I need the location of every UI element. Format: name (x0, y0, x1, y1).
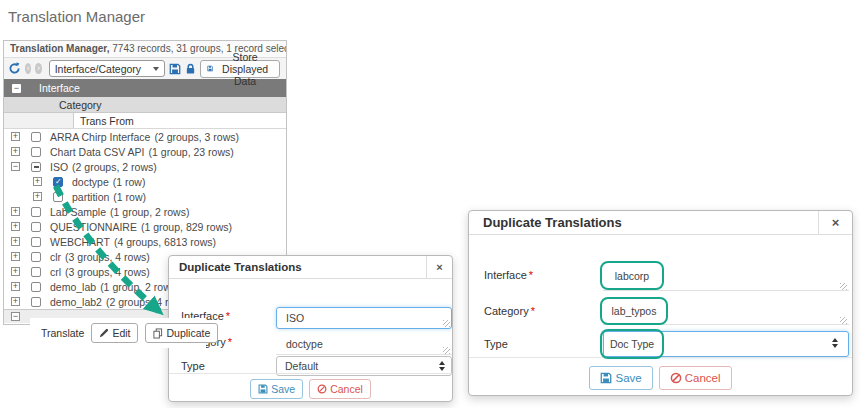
expand-toggle-icon[interactable] (33, 192, 42, 201)
interface-value: ISO (286, 312, 304, 324)
expand-toggle-icon[interactable] (11, 237, 20, 246)
duplicate-button[interactable]: Duplicate (145, 323, 218, 343)
group-label[interactable]: ARRA Chirp Interface (50, 131, 150, 143)
interface-highlight: labcorp (600, 261, 664, 290)
select-arrows-icon (439, 361, 445, 371)
resize-grip-icon[interactable] (443, 320, 450, 327)
group-count: (1 row) (113, 176, 146, 188)
collapse-icon[interactable] (11, 312, 20, 321)
prev-page-icon[interactable]: ‹ (25, 63, 31, 74)
row-checkbox[interactable] (31, 297, 41, 307)
row-checkbox[interactable] (53, 192, 63, 202)
group-count: (1 group, 2 rows) (110, 206, 189, 218)
save-view-icon[interactable] (169, 63, 181, 75)
table-row: QUESTIONNAIRE (1 group, 829 rows) (4, 219, 286, 234)
group-label[interactable]: crl (50, 266, 61, 278)
expand-toggle-icon[interactable] (11, 132, 20, 141)
dialog-footer: Save Cancel (469, 357, 852, 395)
group-label[interactable]: clr (50, 251, 61, 263)
save-button-label: Save (271, 383, 295, 395)
row-checkbox[interactable] (31, 162, 41, 172)
interface-value: labcorp (615, 270, 649, 282)
group-label[interactable]: doctype (72, 176, 109, 188)
expand-toggle-icon[interactable] (11, 207, 20, 216)
header-transfrom[interactable]: Trans From (4, 113, 286, 129)
expand-toggle-icon[interactable] (11, 267, 20, 276)
next-page-icon[interactable]: › (35, 63, 41, 74)
row-checkbox[interactable] (31, 237, 41, 247)
edit-button[interactable]: Edit (91, 323, 138, 343)
floppy-icon (600, 372, 612, 384)
chevron-down-icon (153, 67, 159, 71)
row-checkbox[interactable] (31, 147, 41, 157)
resize-grip-icon[interactable] (840, 317, 847, 324)
row-checkbox[interactable] (31, 267, 41, 277)
collapse-all-icon[interactable]: − (12, 84, 21, 93)
cancel-button-label: Cancel (330, 383, 363, 395)
row-checkbox[interactable] (31, 132, 41, 142)
close-icon[interactable]: × (818, 211, 852, 234)
cancel-button[interactable]: Cancel (659, 366, 732, 390)
expand-toggle-icon[interactable] (33, 177, 42, 186)
group-label[interactable]: demo_lab2 (50, 296, 102, 308)
group-count: (1 row) (113, 191, 146, 203)
group-label[interactable]: demo_lab (50, 281, 96, 293)
interface-label: Interface* (484, 269, 533, 281)
table-row: ISO (2 groups, 2 rows) (4, 159, 286, 174)
type-highlight: Doc Type (600, 329, 664, 359)
row-checkbox[interactable] (31, 207, 41, 217)
expand-toggle-icon[interactable] (11, 162, 20, 171)
translate-label[interactable]: Translate (41, 327, 84, 339)
table-row: Chart Data CSV API (1 group, 23 rows) (4, 144, 286, 159)
table-row: doctype (1 row) (4, 174, 286, 189)
floppy-icon (207, 63, 213, 74)
select-arrows-icon (832, 338, 838, 348)
expand-toggle-icon[interactable] (11, 147, 20, 156)
resize-grip-icon[interactable] (443, 347, 450, 354)
group-label[interactable]: WEBCHART (50, 236, 110, 248)
group-label[interactable]: partition (72, 191, 109, 203)
duplicate-button-label: Duplicate (166, 327, 210, 339)
group-label[interactable]: QUESTIONNAIRE (50, 221, 137, 233)
header-category[interactable]: Category (4, 97, 286, 113)
header-interface-label: Interface (39, 82, 80, 94)
type-select-value: Doc Type (610, 338, 654, 350)
group-label[interactable]: Chart Data CSV API (50, 146, 145, 158)
save-button[interactable]: Save (589, 366, 652, 390)
copy-icon (153, 328, 163, 339)
lock-icon[interactable] (185, 63, 196, 75)
dialog-title: Duplicate Translations (469, 211, 622, 234)
row-checkbox[interactable] (31, 222, 41, 232)
store-displayed-data-button[interactable]: Store Displayed Data (200, 60, 280, 78)
expand-toggle-icon[interactable] (11, 252, 20, 261)
row-checkbox[interactable] (31, 282, 41, 292)
row-checkbox[interactable] (31, 252, 41, 262)
row-checkbox[interactable] (53, 177, 63, 187)
cancel-button[interactable]: Cancel (309, 379, 371, 399)
close-icon[interactable]: × (426, 256, 452, 278)
resize-grip-icon[interactable] (840, 283, 847, 290)
cancel-icon (670, 372, 682, 384)
group-count: (2 groups, 3 rows) (154, 131, 239, 143)
type-label: Type (484, 338, 508, 350)
group-label[interactable]: ISO (50, 161, 68, 173)
group-count: (3 groups, 4 rows) (65, 251, 150, 263)
type-select-value: Default (285, 360, 318, 372)
group-label[interactable]: Lab Sample (50, 206, 106, 218)
save-button[interactable]: Save (250, 379, 303, 399)
table-row: WEBCHART (4 groups, 6813 rows) (4, 234, 286, 249)
expand-toggle-icon[interactable] (11, 222, 20, 231)
expand-toggle-icon[interactable] (11, 282, 20, 291)
grid-toolbar: ‹ › Interface/Category Store Displayed D… (4, 58, 286, 79)
expand-toggle-icon[interactable] (11, 297, 20, 306)
category-label: Category* (484, 305, 535, 317)
refresh-icon[interactable] (8, 62, 21, 75)
view-select[interactable]: Interface/Category (49, 60, 165, 77)
dialog-title: Duplicate Translations (169, 256, 302, 278)
cancel-icon (317, 384, 327, 394)
group-count: (1 group, 23 rows) (149, 146, 234, 158)
type-label: Type (181, 360, 205, 372)
view-select-value: Interface/Category (55, 63, 141, 75)
dialog-footer: Save Cancel (169, 373, 452, 401)
edit-button-label: Edit (112, 327, 130, 339)
